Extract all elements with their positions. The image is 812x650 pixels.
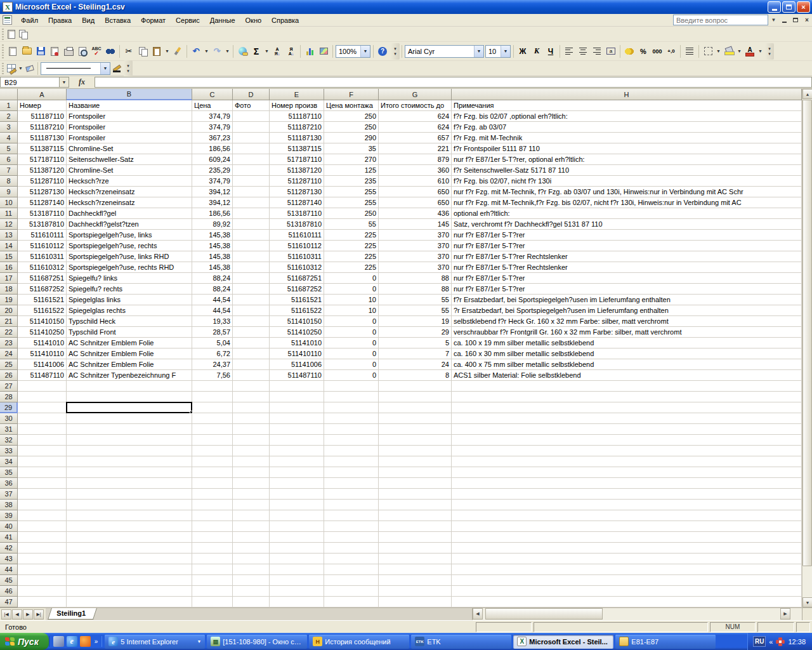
- cell-H25[interactable]: ca. 400 x 75 mm silber metallic selbstkl…: [452, 359, 802, 370]
- cell-B45[interactable]: [67, 575, 192, 586]
- cell-C40[interactable]: [192, 521, 233, 532]
- cell-E47[interactable]: [270, 597, 324, 607]
- cell-C35[interactable]: [192, 467, 233, 478]
- cell-E37[interactable]: [270, 489, 324, 500]
- language-indicator[interactable]: RU: [753, 636, 766, 647]
- cell-H13[interactable]: nur f?r E87/1er 5-T?rer: [452, 230, 802, 241]
- cell-A26[interactable]: 511487110: [18, 370, 67, 381]
- cell-C11[interactable]: 186,56: [192, 208, 233, 219]
- row-header-29[interactable]: 29: [0, 402, 18, 413]
- row-header-43[interactable]: 43: [0, 554, 18, 564]
- borders-dropdown-icon[interactable]: ▼: [715, 44, 722, 58]
- cell-D29[interactable]: [233, 402, 270, 413]
- font-name-dropdown-icon[interactable]: ▼: [474, 46, 483, 57]
- cell-B28[interactable]: [67, 392, 192, 402]
- drawing-icon[interactable]: [317, 44, 331, 58]
- cell-A3[interactable]: 511187210: [18, 122, 67, 133]
- cell-F3[interactable]: 250: [324, 122, 379, 133]
- cell-C2[interactable]: 374,79: [192, 111, 233, 122]
- cell-F2[interactable]: 250: [324, 111, 379, 122]
- cell-D38[interactable]: [233, 500, 270, 510]
- row-header-38[interactable]: 38: [0, 500, 18, 510]
- print-preview-icon[interactable]: [75, 44, 89, 58]
- cell-B13[interactable]: Sportspiegelgeh?use, links: [67, 230, 192, 241]
- name-box-dropdown-icon[interactable]: ▼: [60, 77, 69, 88]
- cell-B33[interactable]: [67, 446, 192, 456]
- cell-E28[interactable]: [270, 392, 324, 402]
- cell-G35[interactable]: [379, 467, 452, 478]
- cell-G19[interactable]: 55: [379, 295, 452, 305]
- cell-G41[interactable]: [379, 532, 452, 543]
- cell-D26[interactable]: [233, 370, 270, 381]
- cell-C23[interactable]: 5,04: [192, 338, 233, 348]
- row-header-8[interactable]: 8: [0, 176, 18, 187]
- cell-E44[interactable]: [270, 564, 324, 575]
- cell-A8[interactable]: 511287110: [18, 176, 67, 187]
- cell-H9[interactable]: nur f?r Fzg. mit M-Technik, f?r Fzg. ab …: [452, 187, 802, 197]
- cell-C7[interactable]: 235,29: [192, 165, 233, 176]
- cell-G14[interactable]: 370: [379, 241, 452, 251]
- cell-A33[interactable]: [18, 446, 67, 456]
- row-header-32[interactable]: 32: [0, 435, 18, 446]
- cell-G21[interactable]: 19: [379, 316, 452, 327]
- cell-C10[interactable]: 394,12: [192, 197, 233, 208]
- row-header-15[interactable]: 15: [0, 251, 18, 262]
- cell-H47[interactable]: [452, 597, 802, 607]
- cell-B23[interactable]: AC Schnitzer Emblem Folie: [67, 338, 192, 348]
- cell-D28[interactable]: [233, 392, 270, 402]
- row-header-28[interactable]: 28: [0, 392, 18, 402]
- column-header-A[interactable]: A: [18, 89, 67, 100]
- row-header-4[interactable]: 4: [0, 133, 18, 143]
- cell-C32[interactable]: [192, 435, 233, 446]
- column-header-E[interactable]: E: [270, 89, 324, 100]
- cell-C38[interactable]: [192, 500, 233, 510]
- cell-D24[interactable]: [233, 348, 270, 359]
- row-header-19[interactable]: 19: [0, 295, 18, 305]
- cell-H39[interactable]: [452, 510, 802, 521]
- toolbar-options-icon[interactable]: ▾▾: [391, 43, 400, 60]
- cell-G25[interactable]: 24: [379, 359, 452, 370]
- menu-view[interactable]: Вид: [77, 15, 100, 26]
- cell-B36[interactable]: [67, 478, 192, 489]
- cell-H35[interactable]: [452, 467, 802, 478]
- autosum-dropdown-icon[interactable]: ▼: [263, 44, 270, 58]
- cell-G12[interactable]: 145: [379, 219, 452, 230]
- vertical-scrollbar[interactable]: ▲ ▼: [802, 89, 812, 607]
- row-header-23[interactable]: 23: [0, 338, 18, 348]
- cell-B46[interactable]: [67, 586, 192, 597]
- cell-A44[interactable]: [18, 564, 67, 575]
- row-header-9[interactable]: 9: [0, 187, 18, 197]
- cell-E18[interactable]: 511687252: [270, 284, 324, 295]
- cell-C27[interactable]: [192, 381, 233, 392]
- cell-E14[interactable]: 511610112: [270, 241, 324, 251]
- cell-D41[interactable]: [233, 532, 270, 543]
- cell-F27[interactable]: [324, 381, 379, 392]
- sort-descending-icon[interactable]: ЯА↓: [284, 44, 298, 58]
- merge-center-icon[interactable]: a: [604, 44, 618, 58]
- cell-F16[interactable]: 225: [324, 262, 379, 273]
- cell-B4[interactable]: Frontspoiler: [67, 133, 192, 143]
- cell-B44[interactable]: [67, 564, 192, 575]
- cell-A46[interactable]: [18, 586, 67, 597]
- cell-F34[interactable]: [324, 456, 379, 467]
- cell-G33[interactable]: [379, 446, 452, 456]
- cell-G40[interactable]: [379, 521, 452, 532]
- cell-A39[interactable]: [18, 510, 67, 521]
- cell-D17[interactable]: [233, 273, 270, 284]
- cell-E21[interactable]: 511410150: [270, 316, 324, 327]
- row-header-41[interactable]: 41: [0, 532, 18, 543]
- decimal-icon[interactable]: +,0: [664, 44, 678, 58]
- cell-C39[interactable]: [192, 510, 233, 521]
- zoom-select[interactable]: 100%▼: [336, 45, 370, 58]
- cell-D10[interactable]: [233, 197, 270, 208]
- cell-C4[interactable]: 367,23: [192, 133, 233, 143]
- cell-D45[interactable]: [233, 575, 270, 586]
- cell-A15[interactable]: 511610311: [18, 251, 67, 262]
- cell-H12[interactable]: Satz, verchromt f?r Dachheckfl?gel 5131 …: [452, 219, 802, 230]
- cell-A38[interactable]: [18, 500, 67, 510]
- cell-E32[interactable]: [270, 435, 324, 446]
- cell-D21[interactable]: [233, 316, 270, 327]
- horizontal-scroll-thumb[interactable]: [485, 608, 603, 620]
- cell-F20[interactable]: 10: [324, 305, 379, 316]
- cell-A27[interactable]: [18, 381, 67, 392]
